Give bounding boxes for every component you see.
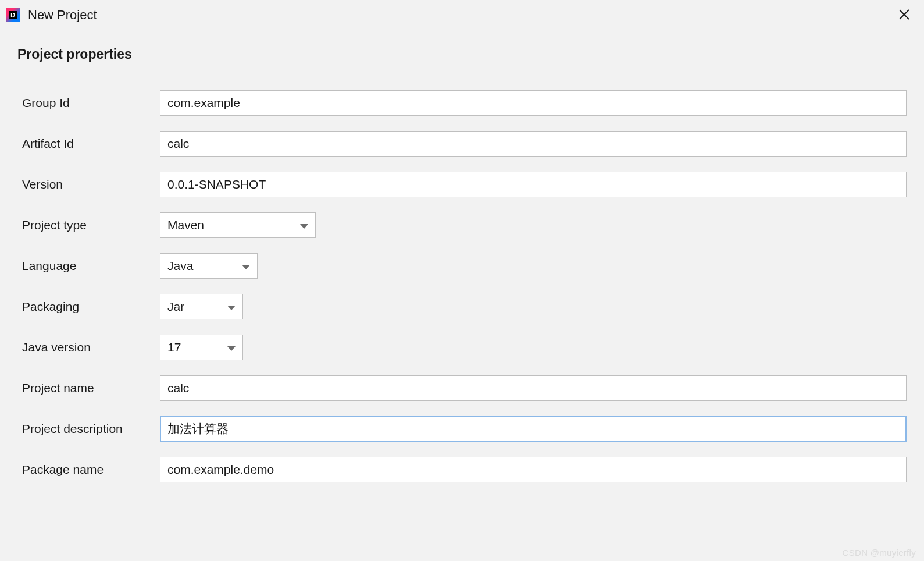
- label-group-id: Group Id: [17, 96, 160, 110]
- svg-marker-2: [300, 224, 308, 229]
- row-project-type: Project type Maven: [17, 212, 907, 238]
- chevron-down-icon: [300, 218, 308, 232]
- label-project-type: Project type: [17, 218, 160, 232]
- label-artifact-id: Artifact Id: [17, 137, 160, 151]
- label-packaging: Packaging: [17, 300, 160, 314]
- row-package-name: Package name: [17, 457, 907, 482]
- row-language: Language Java: [17, 253, 907, 279]
- select-packaging-value: Jar: [167, 300, 184, 314]
- content-area: Project properties Group Id Artifact Id …: [0, 30, 924, 482]
- intellij-icon: IJ: [6, 8, 20, 22]
- label-version: Version: [17, 177, 160, 191]
- input-project-description[interactable]: [160, 416, 907, 442]
- row-group-id: Group Id: [17, 90, 907, 116]
- row-java-version: Java version 17: [17, 335, 907, 360]
- input-project-name[interactable]: [160, 375, 907, 401]
- svg-marker-3: [242, 265, 250, 269]
- watermark: CSDN @muyierfly: [843, 548, 916, 558]
- select-project-type[interactable]: Maven: [160, 212, 316, 238]
- label-java-version: Java version: [17, 340, 160, 354]
- label-language: Language: [17, 259, 160, 273]
- chevron-down-icon: [227, 340, 236, 354]
- row-packaging: Packaging Jar: [17, 294, 907, 319]
- title-bar: IJ New Project: [0, 0, 924, 30]
- select-java-version[interactable]: 17: [160, 335, 243, 360]
- row-artifact-id: Artifact Id: [17, 131, 907, 157]
- title-left: IJ New Project: [6, 8, 97, 23]
- select-project-type-value: Maven: [167, 218, 204, 232]
- chevron-down-icon: [227, 300, 236, 314]
- select-language-value: Java: [167, 259, 193, 273]
- select-java-version-value: 17: [167, 340, 181, 354]
- chevron-down-icon: [242, 259, 250, 273]
- input-version[interactable]: [160, 172, 907, 197]
- input-package-name[interactable]: [160, 457, 907, 482]
- label-project-description: Project description: [17, 422, 160, 436]
- row-project-name: Project name: [17, 375, 907, 401]
- window-title: New Project: [28, 8, 97, 23]
- label-package-name: Package name: [17, 463, 160, 477]
- input-group-id[interactable]: [160, 90, 907, 116]
- row-version: Version: [17, 172, 907, 197]
- row-project-description: Project description: [17, 416, 907, 442]
- svg-marker-5: [227, 346, 236, 351]
- select-packaging[interactable]: Jar: [160, 294, 243, 319]
- label-project-name: Project name: [17, 381, 160, 395]
- input-artifact-id[interactable]: [160, 131, 907, 157]
- section-title: Project properties: [17, 47, 907, 62]
- select-language[interactable]: Java: [160, 253, 258, 279]
- svg-marker-4: [227, 306, 236, 310]
- close-icon[interactable]: [895, 6, 914, 24]
